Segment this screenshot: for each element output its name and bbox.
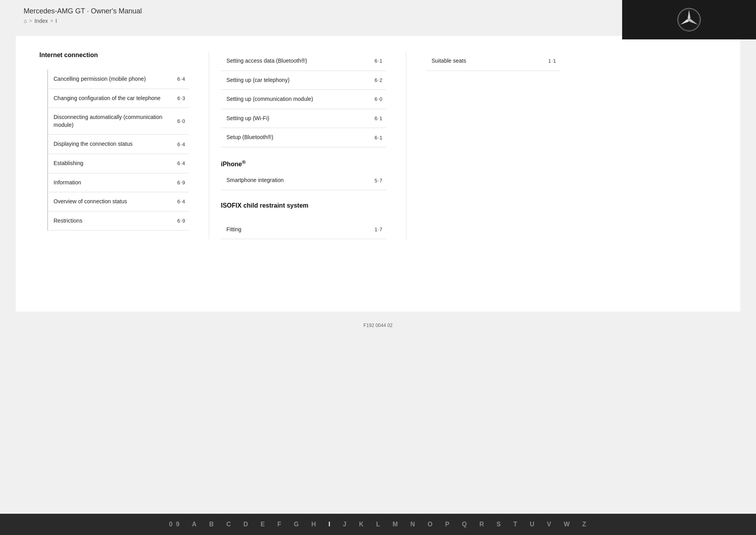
list-item[interactable]: Cancelling permission (mobile phone) 6›4 [48, 70, 189, 89]
list-item[interactable]: Changing configuration of the car teleph… [48, 89, 189, 108]
item-text: Disconnecting automatically (com­municat… [54, 113, 177, 129]
item-text: Setting up (communication module) [226, 95, 374, 103]
footer-letter-f[interactable]: F [278, 521, 282, 528]
footer-letter-j[interactable]: J [343, 521, 347, 528]
column-2: Setting access data (Bluetooth®) 6›1 Set… [221, 52, 394, 239]
list-item[interactable]: Setting up (Wi-Fi) 6›1 [221, 109, 386, 128]
item-page: 6›9 [177, 180, 185, 186]
columns-wrapper: Internet connection Cancelling permissio… [39, 52, 717, 239]
footer-letter-p[interactable]: P [445, 521, 450, 528]
footer-letter-m[interactable]: M [393, 521, 398, 528]
item-page: 6›3 [177, 95, 185, 101]
footer-letter-n[interactable]: N [410, 521, 416, 528]
item-text: Suitable seats [432, 57, 548, 65]
list-item[interactable]: Setting access data (Bluetooth®) 6›1 [221, 52, 386, 71]
list-item[interactable]: Suitable seats 1›1 [426, 52, 560, 71]
footer-letter-09[interactable]: 0 9 [169, 521, 180, 528]
header: Mercedes-AMG GT · Owner's Manual ⌂ > Ind… [0, 0, 756, 28]
item-page: 6›4 [177, 76, 185, 82]
col3-items: Suitable seats 1›1 [426, 52, 560, 71]
svg-marker-2 [687, 10, 690, 20]
list-item[interactable]: Information 6›9 [48, 173, 189, 192]
breadcrumb-index[interactable]: Index [34, 18, 48, 24]
breadcrumb-home[interactable]: ⌂ [24, 18, 27, 24]
breadcrumb-sep-1: > [29, 18, 32, 24]
item-text: Setting access data (Bluetooth®) [226, 57, 374, 65]
item-page: 6›1 [374, 115, 382, 121]
footer-letter-r[interactable]: R [480, 521, 485, 528]
divider-2 [406, 52, 406, 239]
footer-letter-q[interactable]: Q [462, 521, 467, 528]
main-content: Internet connection Cancelling permissio… [16, 36, 740, 312]
list-item[interactable]: Overview of connection status 6›4 [48, 192, 189, 211]
breadcrumb-current: I [56, 18, 57, 24]
document-title: Mercedes-AMG GT · Owner's Manual [24, 7, 142, 15]
item-text: Displaying the connection status [54, 140, 177, 148]
divider-1 [209, 52, 209, 239]
breadcrumb: ⌂ > Index > I [24, 18, 142, 24]
item-page: 6›4 [177, 141, 185, 147]
footer-letter-b[interactable]: B [209, 521, 215, 528]
footer-letter-l[interactable]: L [376, 521, 381, 528]
item-text: Setup (Bluetooth®) [226, 134, 374, 141]
item-text: Cancelling permission (mobile phone) [54, 75, 177, 83]
footer-letter-c[interactable]: C [226, 521, 232, 528]
footer-letter-z[interactable]: Z [582, 521, 587, 528]
list-item[interactable]: Fitting 1›7 [221, 220, 386, 240]
footer-letter-o[interactable]: O [428, 521, 433, 528]
item-text: Smartphone integration [226, 176, 374, 184]
item-page: 6›9 [177, 218, 185, 224]
iphone-section: iPhone® Smartphone integration 5›7 [221, 159, 386, 190]
footer-letter-d[interactable]: D [243, 521, 249, 528]
item-page: 6›0 [374, 96, 382, 102]
footer-letter-v[interactable]: V [547, 521, 552, 528]
item-page: 5›7 [374, 178, 382, 184]
footer-letter-i[interactable]: I [328, 521, 331, 528]
item-text: Information [54, 179, 177, 187]
svg-point-5 [687, 18, 690, 21]
footer-letter-k[interactable]: K [359, 521, 365, 528]
list-item[interactable]: Displaying the connection status 6›4 [48, 134, 189, 154]
item-page: 1›1 [548, 58, 556, 64]
item-text: Setting up (car telephony) [226, 76, 374, 84]
isofix-heading: ISOFIX child restraint system [221, 202, 386, 212]
footer-letter-g[interactable]: G [294, 521, 299, 528]
isofix-items: Fitting 1›7 [221, 220, 386, 240]
header-left: Mercedes-AMG GT · Owner's Manual ⌂ > Ind… [24, 7, 142, 24]
col1-heading: Internet connection [39, 52, 189, 62]
iphone-heading: iPhone® [221, 159, 386, 171]
list-item[interactable]: Restrictions 6›9 [48, 211, 189, 231]
item-page: 6›1 [374, 135, 382, 141]
column-3: Suitable seats 1›1 [418, 52, 568, 239]
logo-area [622, 0, 756, 39]
col2-top-items: Setting access data (Bluetooth®) 6›1 Set… [221, 52, 386, 147]
item-text: Overview of connection status [54, 198, 177, 206]
item-text: Changing configuration of the car teleph… [54, 95, 177, 102]
footer-letter-u[interactable]: U [530, 521, 536, 528]
footer-letter-s[interactable]: S [497, 521, 502, 528]
list-item[interactable]: Disconnecting automatically (com­municat… [48, 108, 189, 134]
footer-letter-a[interactable]: A [192, 521, 198, 528]
list-item[interactable]: Setting up (car telephony) 6›2 [221, 71, 386, 90]
list-item[interactable]: Setting up (communication module) 6›0 [221, 89, 386, 109]
list-item[interactable]: Setup (Bluetooth®) 6›1 [221, 128, 386, 147]
isofix-section: ISOFIX child restraint system Fitting 1›… [221, 202, 386, 240]
footer-letter-w[interactable]: W [564, 521, 571, 528]
footer-letter-h[interactable]: H [311, 521, 317, 528]
footer-letter-t[interactable]: T [513, 521, 518, 528]
item-page: 6›1 [374, 58, 382, 64]
footer-alphabet-bar: 0 9 A B C D E F G H I J K L M N O P Q R … [0, 514, 756, 535]
column-1: Internet connection Cancelling permissio… [39, 52, 197, 239]
item-page: 6›4 [177, 160, 185, 166]
item-text: Setting up (Wi-Fi) [226, 115, 374, 123]
breadcrumb-sep-2: > [50, 18, 53, 24]
mercedes-logo [677, 8, 701, 32]
list-item[interactable]: Establishing 6›4 [48, 154, 189, 173]
footer-letter-e[interactable]: E [261, 521, 266, 528]
item-page: 6›2 [374, 77, 382, 83]
col1-items: Cancelling permission (mobile phone) 6›4… [47, 70, 189, 230]
list-item[interactable]: Smartphone integration 5›7 [221, 171, 386, 190]
footer-doc-id: F192 0044 02 [0, 320, 756, 356]
item-page: 1›7 [374, 227, 382, 232]
iphone-items: Smartphone integration 5›7 [221, 171, 386, 190]
